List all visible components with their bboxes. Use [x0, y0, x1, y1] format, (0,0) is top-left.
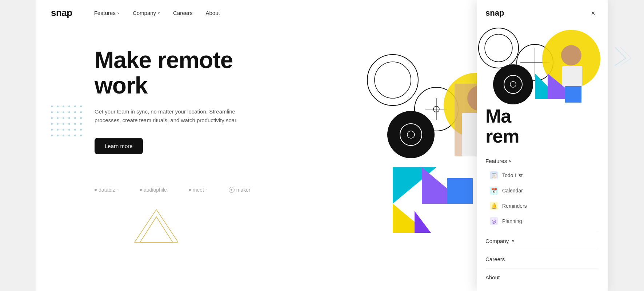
mobile-careers-link[interactable]: Careers: [485, 252, 599, 267]
mobile-menu-reminders[interactable]: 🔔 Reminders: [488, 198, 599, 214]
logo-dot-icon: [189, 189, 191, 191]
maker-circle-icon: [229, 187, 235, 193]
logo-databiz: databiz ·: [95, 187, 118, 193]
triangle-decoration: [131, 206, 178, 247]
svg-point-9: [387, 111, 435, 158]
calendar-icon: 📅: [490, 187, 498, 195]
hero-title: Make remote work: [95, 47, 276, 99]
company-chevron-icon: ∨: [512, 239, 515, 243]
learn-more-button[interactable]: Learn more: [95, 138, 143, 154]
svg-rect-40: [565, 86, 581, 103]
mobile-menu-nav: Features ∧ 📋 Todo List 📅 Calendar 🔔 Remi…: [477, 150, 608, 289]
menu-divider-1: [485, 232, 599, 232]
svg-marker-20: [415, 211, 436, 233]
mobile-hero-title-preview: Maremwo: [485, 106, 599, 150]
logo-audiophile: audiophile: [140, 187, 167, 193]
mobile-company-link[interactable]: Company ∨: [485, 234, 599, 248]
features-chevron-icon: ∨: [117, 11, 120, 15]
mobile-features-section: Features ∧ 📋 Todo List 📅 Calendar 🔔 Remi…: [485, 154, 599, 229]
nav-careers[interactable]: Careers: [173, 10, 192, 16]
reminders-icon: 🔔: [490, 202, 498, 210]
nav-features[interactable]: Features ∨: [94, 10, 120, 16]
svg-point-4: [375, 62, 411, 98]
svg-marker-25: [135, 210, 178, 242]
nav-about[interactable]: About: [205, 10, 220, 16]
svg-point-36: [561, 45, 581, 65]
todo-icon: 📋: [490, 171, 498, 179]
nav-links: Features ∨ Company ∨ Careers About: [94, 10, 491, 16]
svg-marker-26: [140, 217, 173, 242]
site-logo: snap: [51, 7, 72, 19]
mobile-menu-logo: snap: [485, 8, 504, 18]
mobile-menu-calendar[interactable]: 📅 Calendar: [488, 183, 599, 198]
mobile-menu-hero-preview: Maremwo: [477, 106, 608, 150]
mobile-features-toggle[interactable]: Features ∧: [485, 154, 599, 168]
mobile-menu-todo[interactable]: 📋 Todo List: [488, 168, 599, 183]
mobile-menu-image: [477, 26, 608, 106]
company-chevron-icon: ∨: [157, 11, 160, 15]
logo-dot-icon: [95, 189, 97, 191]
planning-icon: ◎: [490, 217, 498, 225]
menu-divider-2: [485, 250, 599, 250]
menu-divider-3: [485, 268, 599, 268]
mobile-menu-header: snap ×: [477, 0, 608, 26]
right-chevron-decoration: [611, 40, 633, 71]
mobile-menu-auth: Login Register: [477, 289, 608, 291]
logo-meet: meet ·: [189, 187, 207, 193]
svg-point-32: [493, 64, 533, 104]
svg-point-3: [367, 55, 418, 105]
mobile-about-link[interactable]: About: [485, 270, 599, 285]
dot-grid-decoration: [51, 105, 84, 138]
logo-dot-icon: [140, 189, 142, 191]
mobile-features-submenu: 📋 Todo List 📅 Calendar 🔔 Reminders ◎ Pla…: [485, 168, 599, 229]
nav-company[interactable]: Company ∨: [133, 10, 160, 16]
svg-rect-18: [447, 178, 473, 204]
svg-point-28: [485, 34, 512, 62]
logo-maker: maker: [229, 187, 251, 193]
mobile-menu-planning[interactable]: ◎ Planning: [488, 214, 599, 229]
features-up-chevron-icon: ∧: [508, 159, 511, 163]
close-menu-button[interactable]: ×: [587, 7, 599, 19]
mobile-menu: snap ×: [477, 0, 608, 291]
hero-subtitle: Get your team in sync, no matter your lo…: [95, 107, 262, 125]
